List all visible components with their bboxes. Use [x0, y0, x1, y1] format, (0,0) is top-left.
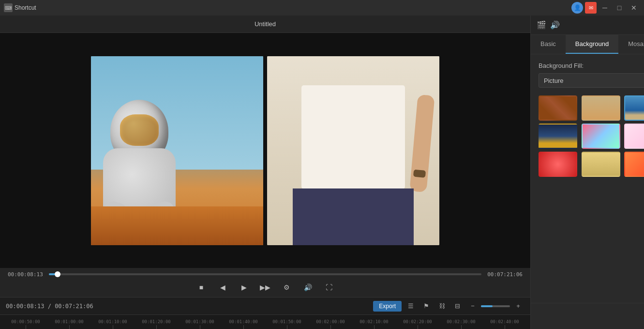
audio-icon: 🔊	[550, 20, 560, 30]
video-icon: 🎬	[537, 20, 546, 30]
bg-thumbnail[interactable]	[582, 124, 620, 149]
zoom-slider[interactable]	[481, 305, 510, 307]
bg-thumbnail[interactable]	[539, 95, 577, 121]
bg-thumbnails: ✓	[539, 95, 644, 177]
close-button[interactable]: ✕	[628, 1, 640, 14]
tab-basic[interactable]: Basic	[531, 35, 566, 54]
mail-icon[interactable]: ✉	[585, 2, 597, 14]
ruler-mark: 00:02:20:00	[396, 319, 439, 329]
panel-content: Background Fill: Picture ▼ ✓	[531, 54, 644, 303]
prev-button[interactable]: ◀	[216, 281, 229, 294]
bracelet	[413, 169, 426, 177]
ruler-marks: 00:00:50:0000:01:00:0000:01:10:0000:01:2…	[4, 319, 526, 329]
video-preview	[0, 33, 530, 268]
playback-bar: 00:00:08:13 00:07:21:06 ■ ◀ ▶ ▶▶ ⚙ 🔊 ⛶	[0, 268, 530, 297]
user-icon[interactable]: 👤	[571, 2, 583, 14]
person-scene	[267, 56, 439, 245]
bg-thumbnail[interactable]	[582, 152, 620, 177]
timeline-ruler: 00:00:50:0000:01:00:0000:01:10:0000:01:2…	[0, 314, 530, 329]
astronaut-scene	[91, 56, 263, 245]
bottom-toolbar: 00:00:08:13 / 00:07:21:06 Export ☰ ⚑ ⛓ ⊟…	[0, 297, 530, 314]
tab-mosaic[interactable]: Mosaic	[618, 35, 644, 54]
ruler-mark: 00:02:00:00	[309, 319, 352, 329]
shortcut-icon: ⌨	[4, 3, 13, 12]
video-pane-right	[267, 56, 439, 245]
editor-tabbar: Untitled	[0, 16, 530, 33]
flag-icon[interactable]: ⚑	[420, 300, 433, 313]
progress-track[interactable]	[49, 273, 481, 275]
play-button[interactable]: ▶	[237, 281, 251, 294]
zoom-plus-button[interactable]: +	[512, 300, 524, 313]
visor	[120, 114, 159, 146]
next-button[interactable]: ▶▶	[258, 281, 272, 294]
ruler-mark: 00:01:40:00	[222, 319, 265, 329]
minimize-button[interactable]: ─	[599, 1, 611, 14]
split-video	[91, 56, 439, 245]
person-shirt	[301, 85, 405, 189]
zoom-fill	[481, 305, 493, 307]
panel-footer: OK	[531, 303, 644, 329]
bg-thumbnail[interactable]	[624, 124, 644, 149]
link-icon[interactable]: ⛓	[435, 300, 448, 313]
editor-area: Untitled	[0, 16, 530, 329]
split-icon[interactable]: ⊟	[451, 300, 464, 313]
controls-row: ■ ◀ ▶ ▶▶ ⚙ 🔊 ⛶	[8, 281, 523, 294]
titlebar: ⌨ Shortcut 👤 ✉ ─ □ ✕	[0, 0, 644, 16]
ruler-mark: 00:02:10:00	[352, 319, 396, 329]
video-pane-left	[91, 56, 263, 245]
editor-title: Untitled	[255, 20, 276, 28]
ruler-mark: 00:02:30:00	[439, 319, 483, 329]
fullscreen-button[interactable]: ⛶	[322, 281, 336, 294]
ruler-mark: 00:01:30:00	[178, 319, 222, 329]
tab-background[interactable]: Background	[566, 35, 618, 54]
bg-thumbnail[interactable]	[624, 152, 644, 177]
settings-button[interactable]: ⚙	[280, 281, 293, 294]
titlebar-left: ⌨ Shortcut	[4, 3, 36, 12]
zoom-control: − +	[466, 300, 524, 313]
bg-thumbnail[interactable]	[582, 95, 620, 121]
desert-ground	[91, 206, 263, 245]
person-figure	[267, 56, 439, 245]
panel-tabs: Basic Background Mosaic	[531, 35, 644, 54]
maximize-button[interactable]: □	[613, 1, 626, 14]
shortcut-label: Shortcut	[15, 4, 36, 11]
track-icon[interactable]: ☰	[404, 300, 417, 313]
ruler-mark: 00:01:50:00	[265, 319, 309, 329]
time-row: 00:00:08:13 00:07:21:06	[8, 271, 523, 278]
ruler-mark: 00:01:20:00	[135, 319, 178, 329]
bg-thumbnail[interactable]: ✓	[624, 95, 644, 121]
bg-fill-select[interactable]: Picture ▼	[539, 73, 644, 88]
ruler-mark: 00:00:50:00	[4, 319, 47, 329]
zoom-minus-button[interactable]: −	[466, 300, 479, 313]
bg-fill-value: Picture	[544, 77, 563, 84]
shortcut-button[interactable]: ⌨ Shortcut	[4, 3, 36, 12]
ruler-mark: 00:01:10:00	[91, 319, 135, 329]
ruler-mark: 00:01:00:00	[47, 319, 91, 329]
person-arm-right	[410, 94, 435, 192]
main-area: Untitled	[0, 16, 644, 329]
ruler-mark: 00:02:40:00	[483, 319, 526, 329]
panel-header: 🎬 🔊	[531, 16, 644, 35]
time-current: 00:00:08:13	[8, 271, 43, 278]
right-panel: 🎬 🔊 Basic Background Mosaic Background F…	[530, 16, 644, 329]
toolbar-right: Export ☰ ⚑ ⛓ ⊟ − +	[373, 300, 524, 313]
time-display: 00:00:08:13 / 00:07:21:06	[6, 303, 93, 310]
time-total: 00:07:21:06	[487, 271, 523, 278]
bg-thumbnail[interactable]	[539, 124, 577, 149]
export-button[interactable]: Export	[373, 301, 402, 312]
volume-button[interactable]: 🔊	[301, 281, 315, 294]
progress-thumb	[55, 271, 60, 277]
titlebar-right: 👤 ✉ ─ □ ✕	[571, 1, 640, 14]
bg-fill-label: Background Fill:	[539, 62, 644, 69]
person-shorts	[293, 188, 413, 245]
stop-button[interactable]: ■	[195, 281, 208, 294]
bg-thumbnail[interactable]	[539, 152, 577, 177]
